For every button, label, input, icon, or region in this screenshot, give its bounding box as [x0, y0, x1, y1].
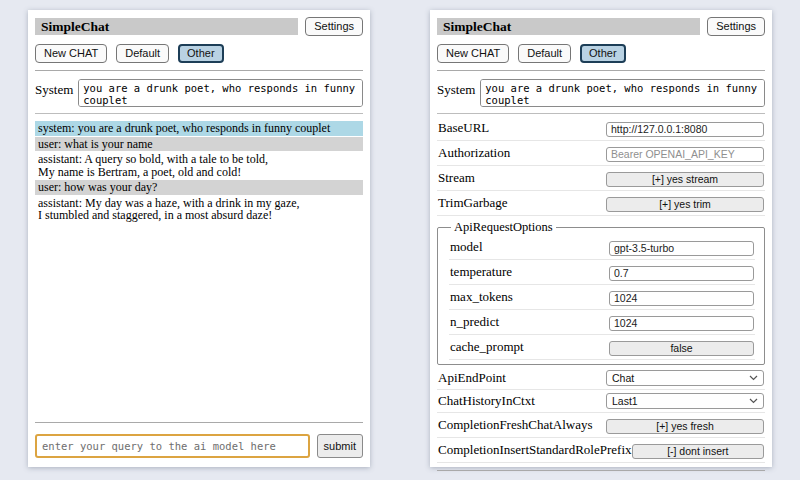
- setting-label: Authorization: [438, 145, 510, 161]
- setting-row-cache-prompt: cache_prompt false: [449, 335, 755, 360]
- divider: [35, 70, 363, 71]
- chat-message-assistant: assistant: My day was a haze, with a dri…: [35, 196, 363, 223]
- divider: [35, 113, 363, 114]
- setting-label: BaseURL: [438, 120, 489, 136]
- setting-label: CompletionFreshChatAlways: [438, 417, 593, 433]
- setting-label: model: [450, 239, 483, 255]
- chat-message-assistant: assistant: A query so bold, with a tale …: [35, 152, 363, 179]
- selected-option: Chat: [612, 372, 634, 384]
- submit-button[interactable]: submit: [317, 434, 363, 458]
- divider: [437, 113, 765, 114]
- stream-toggle-button[interactable]: [+] yes stream: [606, 172, 764, 187]
- completion-fresh-chat-toggle-button[interactable]: [+] yes fresh: [606, 419, 764, 434]
- setting-row-chathistoryinctxt: ChatHistoryInCtxt Last1: [437, 390, 765, 413]
- setting-row-completioninsertstandardroleprefix: CompletionInsertStandardRolePrefix [-] d…: [437, 438, 765, 463]
- max-tokens-input[interactable]: [609, 291, 754, 306]
- settings-button[interactable]: Settings: [707, 17, 765, 36]
- setting-row-temperature: temperature: [449, 260, 755, 285]
- setting-row-stream: Stream [+] yes stream: [437, 166, 765, 191]
- divider: [437, 70, 765, 71]
- chat-session-toolbar: New CHAT Default Other: [35, 44, 363, 63]
- chat-panel: SimpleChat Settings New CHAT Default Oth…: [28, 10, 370, 467]
- setting-label: ChatHistoryInCtxt: [438, 393, 535, 409]
- setting-label: temperature: [450, 264, 512, 280]
- setting-label: CompletionInsertStandardRolePrefix: [438, 442, 632, 458]
- setting-row-model: model: [449, 235, 755, 260]
- chat-message-system: system: you are a drunk poet, who respon…: [35, 121, 363, 136]
- setting-label: TrimGarbage: [438, 195, 508, 211]
- new-chat-button[interactable]: New CHAT: [437, 44, 509, 63]
- setting-row-apiendpoint: ApiEndPoint Chat: [437, 367, 765, 390]
- divider: [437, 470, 765, 471]
- chat-message-user: user: how was your day?: [35, 180, 363, 195]
- chat-session-toolbar: New CHAT Default Other: [437, 44, 765, 63]
- model-input[interactable]: [609, 241, 754, 256]
- empty-space: [35, 224, 363, 416]
- system-prompt-input[interactable]: you are a drunk poet, who responds in fu…: [480, 79, 765, 107]
- setting-label: cache_prompt: [450, 339, 524, 355]
- new-chat-button[interactable]: New CHAT: [35, 44, 107, 63]
- divider: [35, 422, 363, 423]
- insert-role-prefix-toggle-button[interactable]: [-] dont insert: [632, 444, 764, 459]
- chat-message-user: user: what is your name: [35, 137, 363, 152]
- fieldset-legend: ApiRequestOptions: [451, 220, 556, 235]
- temperature-input[interactable]: [609, 266, 754, 281]
- system-prompt-input[interactable]: you are a drunk poet, who responds in fu…: [78, 79, 363, 107]
- query-row: submit: [35, 434, 363, 458]
- settings-rows: BaseURL Authorization Stream [+] yes str…: [437, 116, 765, 463]
- setting-label: Stream: [438, 170, 475, 186]
- baseurl-input[interactable]: [606, 122, 764, 137]
- setting-label: ApiEndPoint: [438, 370, 506, 386]
- chat-history-in-ctxt-select[interactable]: Last1: [606, 393, 764, 409]
- setting-row-completionfreshchatalways: CompletionFreshChatAlways [+] yes fresh: [437, 413, 765, 438]
- system-prompt-row: System you are a drunk poet, who respond…: [437, 79, 765, 107]
- api-endpoint-select[interactable]: Chat: [606, 370, 764, 386]
- selected-option: Last1: [612, 395, 638, 407]
- system-label: System: [437, 79, 475, 98]
- system-prompt-row: System you are a drunk poet, who respond…: [35, 79, 363, 107]
- chevron-down-icon: [749, 398, 758, 404]
- cache-prompt-toggle-button[interactable]: false: [609, 341, 754, 356]
- setting-row-trimgarbage: TrimGarbage [+] yes trim: [437, 191, 765, 216]
- setting-label: max_tokens: [450, 289, 513, 305]
- session-tab-other[interactable]: Other: [178, 44, 224, 63]
- chevron-down-icon: [749, 375, 758, 381]
- trimgarbage-toggle-button[interactable]: [+] yes trim: [606, 197, 764, 212]
- api-request-options-fieldset: ApiRequestOptions model temperature max_…: [437, 220, 765, 365]
- header: SimpleChat Settings: [437, 17, 765, 36]
- settings-button[interactable]: Settings: [305, 17, 363, 36]
- setting-label: n_predict: [450, 314, 499, 330]
- session-tab-default[interactable]: Default: [116, 44, 169, 63]
- n-predict-input[interactable]: [609, 316, 754, 331]
- header: SimpleChat Settings: [35, 17, 363, 36]
- system-label: System: [35, 79, 73, 98]
- session-tab-default[interactable]: Default: [518, 44, 571, 63]
- chat-log: system: you are a drunk poet, who respon…: [35, 121, 363, 224]
- setting-row-n-predict: n_predict: [449, 310, 755, 335]
- authorization-input[interactable]: [606, 147, 764, 162]
- query-input[interactable]: [35, 434, 310, 458]
- setting-row-baseurl: BaseURL: [437, 116, 765, 141]
- session-tab-other[interactable]: Other: [580, 44, 626, 63]
- app-title: SimpleChat: [35, 18, 298, 35]
- app-title: SimpleChat: [437, 18, 700, 35]
- setting-row-max-tokens: max_tokens: [449, 285, 755, 310]
- setting-row-authorization: Authorization: [437, 141, 765, 166]
- settings-panel: SimpleChat Settings New CHAT Default Oth…: [430, 10, 772, 467]
